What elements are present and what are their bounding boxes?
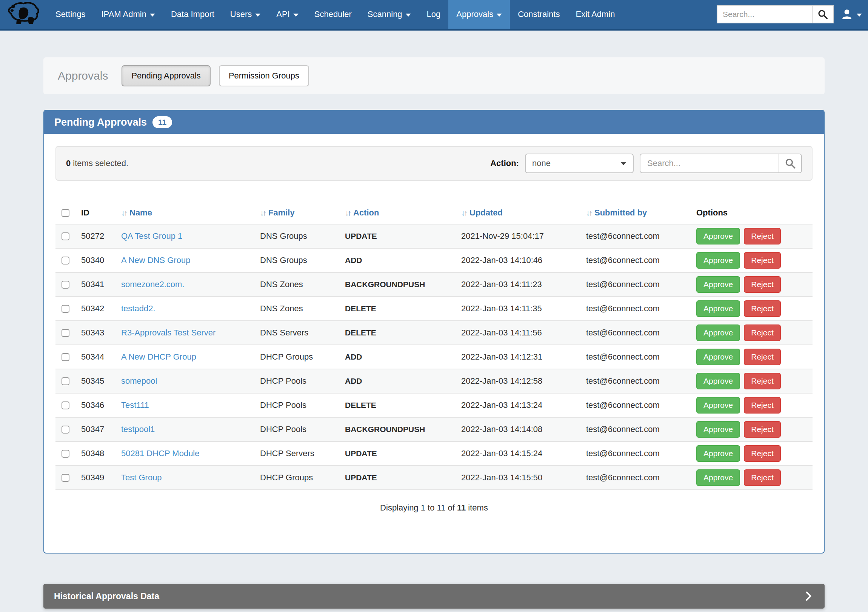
approve-button[interactable]: Approve: [696, 445, 740, 462]
row-options-cell: ApproveReject: [696, 373, 812, 389]
approve-button[interactable]: Approve: [696, 228, 740, 245]
nav-item-exit-admin[interactable]: Exit Admin: [567, 0, 623, 29]
pending-approvals-panel: Pending Approvals 11 0 items selected. A…: [43, 110, 825, 553]
approve-button[interactable]: Approve: [696, 373, 740, 389]
row-checkbox[interactable]: [62, 257, 70, 265]
row-checkbox[interactable]: [62, 474, 70, 482]
nav-item-scheduler[interactable]: Scheduler: [307, 0, 360, 29]
tab-permission-groups[interactable]: Permission Groups: [219, 65, 309, 87]
row-submitted-by: test@6connect.com: [586, 328, 696, 338]
historical-title: Historical Approvals Data: [54, 591, 159, 601]
select-all-checkbox[interactable]: [62, 209, 70, 217]
row-checkbox[interactable]: [62, 232, 70, 240]
column-label: Action: [353, 208, 379, 217]
approve-button[interactable]: Approve: [696, 276, 740, 293]
nav-item-constraints[interactable]: Constraints: [510, 0, 567, 29]
table-search-button[interactable]: [778, 154, 801, 172]
nav-item-approvals[interactable]: Approvals: [448, 0, 510, 29]
nav-item-ipam-admin[interactable]: IPAM Admin: [94, 0, 163, 29]
nav-item-data-import[interactable]: Data Import: [163, 0, 222, 29]
row-name-link[interactable]: A New DHCP Group: [121, 352, 196, 361]
nav-item-label: Scheduler: [315, 9, 352, 19]
row-name-cell: A New DHCP Group: [121, 352, 260, 362]
row-checkbox[interactable]: [62, 281, 70, 289]
approve-button[interactable]: Approve: [696, 252, 740, 269]
chevron-down-icon: [150, 14, 155, 17]
panda-logo-icon: [5, 1, 42, 28]
row-checkbox[interactable]: [62, 377, 70, 385]
row-checkbox[interactable]: [62, 353, 70, 361]
row-submitted-by: test@6connect.com: [586, 280, 696, 290]
historical-approvals-bar[interactable]: Historical Approvals Data: [43, 584, 825, 609]
reject-button[interactable]: Reject: [744, 228, 781, 245]
approve-button[interactable]: Approve: [696, 301, 740, 317]
row-submitted-by: test@6connect.com: [586, 231, 696, 241]
reject-button[interactable]: Reject: [744, 397, 781, 414]
approve-button[interactable]: Approve: [696, 469, 740, 486]
action-select[interactable]: none: [525, 153, 634, 173]
approve-button[interactable]: Approve: [696, 349, 740, 365]
row-family: DHCP Groups: [260, 352, 345, 362]
row-name-link[interactable]: R3-Approvals Test Server: [121, 328, 215, 337]
row-name-link[interactable]: somepool: [121, 376, 157, 386]
row-select-cell: [56, 426, 81, 434]
column-header-submitted-by[interactable]: ↓↑Submitted by: [586, 208, 696, 218]
approve-button[interactable]: Approve: [696, 421, 740, 438]
row-name-link[interactable]: Test111: [121, 400, 149, 410]
nav-item-api[interactable]: API: [268, 0, 306, 29]
row-name-link[interactable]: A New DNS Group: [121, 256, 190, 265]
row-action: ADD: [345, 256, 461, 265]
reject-button[interactable]: Reject: [744, 445, 781, 462]
reject-button[interactable]: Reject: [744, 324, 781, 341]
row-checkbox[interactable]: [62, 426, 70, 434]
row-name-link[interactable]: somezone2.com.: [121, 280, 184, 289]
action-label: Action:: [490, 158, 519, 168]
table-row: 50343R3-Approvals Test ServerDNS Servers…: [56, 320, 812, 344]
reject-button[interactable]: Reject: [744, 469, 781, 486]
row-select-cell: [56, 401, 81, 409]
row-action: DELETE: [345, 401, 461, 410]
row-name-link[interactable]: Test Group: [121, 473, 162, 482]
row-name-cell: testadd2.: [121, 304, 260, 313]
nav-item-settings[interactable]: Settings: [48, 0, 94, 29]
column-header-family[interactable]: ↓↑Family: [260, 208, 345, 218]
row-action: ADD: [345, 376, 461, 386]
nav-item-scanning[interactable]: Scanning: [360, 0, 419, 29]
nav-items: SettingsIPAM AdminData ImportUsersAPISch…: [48, 0, 623, 29]
row-name-link[interactable]: testpool1: [121, 425, 155, 434]
row-name-link[interactable]: QA Test Group 1: [121, 231, 182, 241]
row-checkbox[interactable]: [62, 450, 70, 458]
nav-item-log[interactable]: Log: [419, 0, 449, 29]
reject-button[interactable]: Reject: [744, 373, 781, 389]
reject-button[interactable]: Reject: [744, 276, 781, 293]
global-search-input[interactable]: [718, 6, 812, 23]
chevron-down-icon: [620, 162, 626, 165]
row-action: ADD: [345, 352, 461, 361]
column-header-name[interactable]: ↓↑Name: [121, 208, 260, 218]
row-checkbox[interactable]: [62, 401, 70, 409]
reject-button[interactable]: Reject: [744, 252, 781, 269]
reject-button[interactable]: Reject: [744, 349, 781, 365]
table-search-input[interactable]: [640, 154, 778, 172]
approve-button[interactable]: Approve: [696, 324, 740, 341]
sort-icon: ↓↑: [121, 209, 126, 217]
row-action: DELETE: [345, 328, 461, 337]
pagination-suffix: items: [466, 503, 488, 512]
row-checkbox[interactable]: [62, 305, 70, 313]
row-id: 50340: [81, 256, 121, 265]
reject-button[interactable]: Reject: [744, 301, 781, 317]
row-updated: 2022-Jan-03 14:12:31: [461, 352, 586, 362]
row-name-link[interactable]: testadd2.: [121, 304, 155, 313]
column-header-updated[interactable]: ↓↑Updated: [461, 208, 586, 218]
approve-button[interactable]: Approve: [696, 397, 740, 414]
row-name-link[interactable]: 50281 DHCP Module: [121, 449, 200, 458]
reject-button[interactable]: Reject: [744, 421, 781, 438]
provision-panda-logo[interactable]: [0, 0, 48, 29]
user-menu[interactable]: [840, 8, 862, 21]
nav-item-users[interactable]: Users: [222, 0, 268, 29]
row-checkbox[interactable]: [62, 329, 70, 337]
global-search-button[interactable]: [812, 6, 833, 23]
chevron-down-icon: [406, 14, 411, 17]
column-header-action[interactable]: ↓↑Action: [345, 208, 461, 218]
tab-pending-approvals[interactable]: Pending Approvals: [121, 65, 210, 87]
